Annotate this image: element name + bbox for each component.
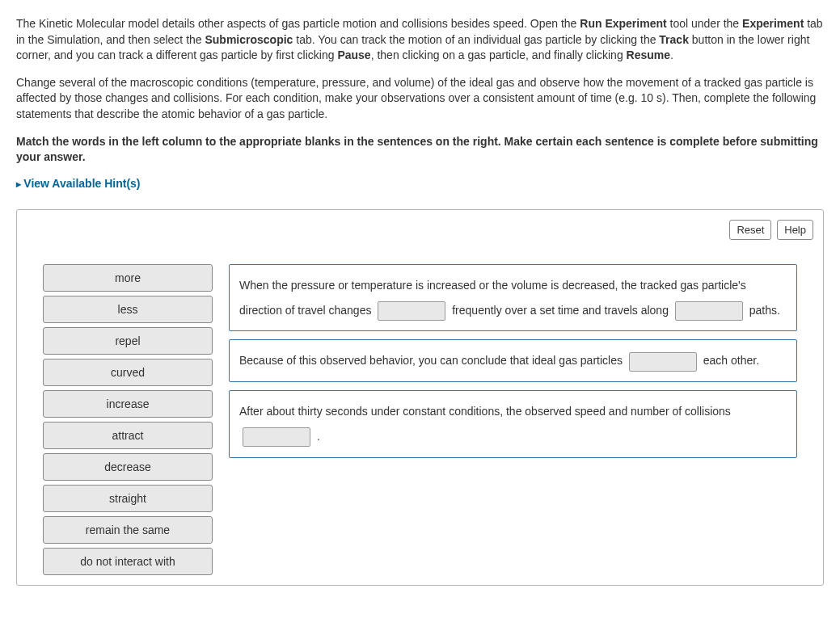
blank-slot[interactable] <box>243 427 310 447</box>
view-hints-link[interactable]: View Available Hint(s) <box>16 177 141 190</box>
word-tile-increase[interactable]: increase <box>43 390 213 418</box>
blank-slot[interactable] <box>629 352 697 372</box>
sentence-column: When the pressure or temperature is incr… <box>229 264 797 458</box>
word-tile-attract[interactable]: attract <box>43 422 213 449</box>
word-tile-curved[interactable]: curved <box>43 359 213 386</box>
text-span: , then clicking on a gas particle, and f… <box>371 48 627 61</box>
text-span: tab. You can track the motion of an indi… <box>293 33 659 46</box>
bold-text: Run Experiment <box>580 17 666 30</box>
word-tile-decrease[interactable]: decrease <box>43 453 213 481</box>
blank-slot[interactable] <box>378 301 445 321</box>
sentence-text: each other. <box>700 354 759 367</box>
sentence-text: Because of this observed behavior, you c… <box>239 354 626 367</box>
bold-text: Submicroscopic <box>205 33 293 46</box>
instruction-text: Match the words in the left column to th… <box>16 134 824 166</box>
word-tile-do-not-interact[interactable]: do not interact with <box>43 548 213 575</box>
sentence-box-2: Because of this observed behavior, you c… <box>229 339 797 382</box>
word-tile-more[interactable]: more <box>43 264 213 292</box>
text-span: tool under the <box>667 17 742 30</box>
matching-panel: Reset Help more less repel curved increa… <box>16 209 824 586</box>
bold-text: Resume <box>627 48 670 61</box>
sentence-text: frequently over a set time and travels a… <box>449 304 671 317</box>
word-tile-straight[interactable]: straight <box>43 485 213 512</box>
intro-text: The Kinetic Molecular model details othe… <box>16 16 824 123</box>
intro-paragraph-1: The Kinetic Molecular model details othe… <box>16 16 824 64</box>
matching-area: more less repel curved increase attract … <box>27 264 813 575</box>
intro-paragraph-2: Change several of the macroscopic condit… <box>16 75 824 123</box>
bold-text: Experiment <box>742 17 804 30</box>
sentence-box-1: When the pressure or temperature is incr… <box>229 264 797 332</box>
panel-button-row: Reset Help <box>27 220 813 240</box>
reset-button[interactable]: Reset <box>729 220 771 240</box>
sentence-text: . <box>314 430 320 443</box>
bold-text: Track <box>659 33 689 46</box>
sentence-box-3: After about thirty seconds under constan… <box>229 390 797 458</box>
word-bank: more less repel curved increase attract … <box>43 264 213 575</box>
blank-slot[interactable] <box>675 301 743 321</box>
word-tile-remain-same[interactable]: remain the same <box>43 516 213 544</box>
text-span: The Kinetic Molecular model details othe… <box>16 17 580 30</box>
help-button[interactable]: Help <box>777 220 813 240</box>
word-tile-repel[interactable]: repel <box>43 327 213 355</box>
sentence-text: After about thirty seconds under constan… <box>239 405 731 418</box>
word-tile-less[interactable]: less <box>43 296 213 323</box>
text-span: . <box>670 48 673 61</box>
bold-text: Pause <box>337 48 370 61</box>
sentence-text: paths. <box>746 304 780 317</box>
